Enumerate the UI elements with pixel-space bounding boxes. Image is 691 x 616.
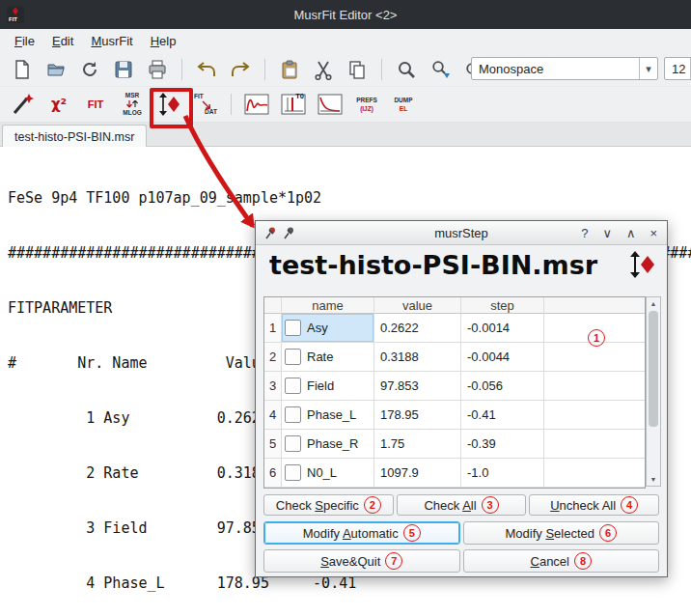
scroll-down-icon[interactable]: ▼ — [647, 473, 660, 486]
open-file-button[interactable] — [43, 57, 69, 82]
copy-button[interactable] — [345, 57, 370, 82]
tabbar: test-histo-PSI-BIN.msr — [0, 123, 691, 147]
param-step-cell[interactable]: -0.0014 — [461, 314, 544, 343]
dialog-help-button[interactable]: ? — [581, 227, 588, 239]
button-label: Modify Automatic — [303, 526, 399, 541]
param-name-cell[interactable]: N0_L — [282, 459, 374, 488]
find-button[interactable] — [394, 57, 419, 82]
param-checkbox[interactable] — [285, 320, 301, 336]
modify-selected-button[interactable]: Modify Selected 6 — [463, 521, 660, 545]
param-value-cell[interactable]: 178.95 — [374, 401, 461, 430]
param-checkbox[interactable] — [285, 435, 301, 452]
param-value-cell[interactable]: 1.75 — [374, 430, 461, 459]
annotation-2: 2 — [364, 496, 381, 514]
empty-cell — [544, 401, 645, 430]
menu-help[interactable]: Help — [142, 31, 185, 51]
musr-raw-plot-button[interactable] — [316, 90, 345, 119]
scroll-up-icon[interactable]: ▲ — [647, 297, 660, 310]
redo-button[interactable] — [228, 57, 253, 82]
row-number: 6 — [264, 459, 282, 488]
param-value-cell[interactable]: 0.3188 — [374, 343, 461, 372]
new-document-icon — [12, 59, 33, 80]
check-button-row: Check Specific 2 Check All 3 Uncheck All… — [263, 494, 659, 516]
param-name-cell[interactable]: Phase_R — [282, 430, 374, 459]
find-next-button[interactable] — [428, 57, 453, 82]
dump-label: DUMP — [394, 97, 412, 104]
save-button[interactable] — [111, 57, 136, 82]
swap-msr-mlog-button[interactable]: MSR MLOG — [118, 90, 147, 119]
font-family-select[interactable]: Monospace ▾ — [471, 57, 658, 80]
copy-icon — [346, 59, 368, 80]
cut-button[interactable] — [311, 57, 336, 82]
dialog-titlebar[interactable]: musrStep ? ∨ ∧ × — [256, 221, 667, 245]
param-checkbox[interactable] — [285, 349, 301, 365]
row-number: 5 — [264, 430, 282, 459]
musr-dump-button[interactable]: DUMP EL — [389, 90, 418, 119]
annotation-box — [150, 88, 193, 128]
param-checkbox[interactable] — [285, 406, 301, 423]
undo-icon — [196, 59, 217, 80]
check-specific-button[interactable]: Check Specific 2 — [263, 494, 394, 516]
musr-t0-button[interactable]: T0 — [279, 90, 308, 119]
empty-cell — [544, 343, 645, 372]
dialog-minimize-button[interactable]: ∨ — [602, 227, 612, 239]
param-step-cell[interactable]: -0.056 — [461, 372, 544, 401]
menu-musrfit[interactable]: MusrFit — [82, 31, 141, 51]
chevron-down-icon[interactable]: ▾ — [639, 58, 657, 79]
corner-header — [264, 297, 282, 314]
param-value-cell[interactable]: 1097.9 — [374, 459, 461, 488]
msr2data-button[interactable]: FIT DAT — [191, 90, 220, 119]
param-checkbox[interactable] — [285, 378, 301, 394]
open-folder-icon — [45, 59, 67, 80]
musr-wizard-button[interactable] — [8, 90, 37, 119]
menu-edit[interactable]: Edit — [43, 31, 82, 51]
tab-msr-file[interactable]: test-histo-PSI-BIN.msr — [2, 125, 147, 148]
font-size-spinbox[interactable]: 12 ▴▾ — [664, 57, 691, 80]
dump-sub-label: EL — [400, 105, 407, 113]
param-name-cell[interactable]: Phase_L — [282, 401, 374, 430]
column-header-empty — [544, 297, 645, 314]
param-value-cell[interactable]: 97.853 — [374, 372, 461, 401]
scrollbar-thumb[interactable] — [649, 311, 658, 427]
reload-button[interactable] — [77, 57, 102, 82]
print-icon — [147, 59, 168, 80]
editor-line: FeSe 9p4 TF100 p107ap_09_sample*1p02 — [8, 189, 691, 208]
param-step-cell[interactable]: -0.41 — [461, 401, 544, 430]
param-name: Phase_R — [307, 436, 358, 451]
param-checkbox[interactable] — [285, 464, 301, 481]
find-next-icon — [429, 59, 451, 80]
empty-cell — [544, 459, 645, 488]
param-name-cell[interactable]: Field — [282, 372, 374, 401]
empty-cell — [544, 372, 645, 401]
param-name-cell[interactable]: Asy — [282, 314, 374, 343]
pin-alt-icon[interactable] — [282, 226, 295, 239]
param-value-cell[interactable]: 0.2622 — [374, 314, 461, 343]
param-name-cell[interactable]: Rate — [282, 343, 374, 372]
save-quit-button[interactable]: Save&Quit 7 — [263, 549, 460, 573]
menu-file[interactable]: File — [6, 31, 43, 51]
column-header-step: step — [461, 297, 544, 314]
button-label: Modify Selected — [506, 526, 595, 541]
font-family-value: Monospace — [472, 62, 639, 76]
new-document-button[interactable] — [10, 57, 35, 82]
table-scrollbar[interactable]: ▲ ▼ — [646, 296, 661, 487]
musr-view-button[interactable] — [242, 90, 271, 119]
print-button[interactable] — [145, 57, 170, 82]
musr-prefs-button[interactable]: PREFS (IJZ) — [352, 90, 381, 119]
modify-automatic-button[interactable]: Modify Automatic 5 — [263, 521, 460, 545]
undo-button[interactable] — [194, 57, 219, 82]
param-step-cell[interactable]: -0.0044 — [461, 343, 544, 372]
param-step-cell[interactable]: -0.39 — [461, 430, 544, 459]
param-step-cell[interactable]: -1.0 — [461, 459, 544, 488]
pin-icon[interactable] — [263, 226, 277, 239]
dialog-close-button[interactable]: × — [650, 227, 657, 239]
musrfit-chisq-button[interactable]: χ² — [44, 90, 73, 119]
check-all-button[interactable]: Check All 3 — [397, 494, 527, 516]
uncheck-all-button[interactable]: Uncheck All 4 — [529, 494, 659, 516]
window-titlebar[interactable]: FIT MusrFit Editor <2> — [0, 0, 691, 29]
cancel-button[interactable]: Cancel 8 — [463, 549, 660, 573]
swap-arrows-icon — [125, 100, 139, 108]
dialog-maximize-button[interactable]: ∧ — [626, 227, 636, 239]
musrfit-fit-button[interactable]: FIT — [81, 90, 110, 119]
paste-button[interactable] — [277, 57, 302, 82]
